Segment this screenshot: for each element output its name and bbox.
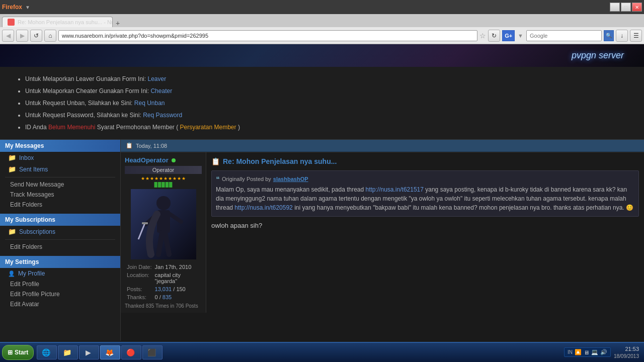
notice-area: Untuk Melaporkan Leaver Gunakan Form Ini…: [0, 67, 644, 140]
quote-box: ❝ Originally Posted by slashbashOP Malam…: [211, 170, 639, 217]
username-text: HeadOperator: [125, 156, 169, 164]
sent-items-link[interactable]: Sent Items: [19, 166, 48, 173]
taskbar-media-button[interactable]: ▶: [79, 345, 99, 359]
edit-profile-link[interactable]: Edit Profile: [10, 281, 39, 288]
message-date-icon: 📋: [126, 142, 133, 149]
edit-profile-item[interactable]: Edit Profile: [0, 279, 120, 289]
my-messages-header: My Messages: [0, 140, 120, 152]
my-settings-header: My Settings: [0, 256, 120, 268]
cheater-link[interactable]: Cheater: [150, 87, 172, 95]
active-tab[interactable]: Re: Mohon Penjelasan nya suhu... - Nus..…: [2, 17, 113, 27]
address-bar[interactable]: [58, 30, 477, 41]
home-button[interactable]: ⌂: [44, 30, 56, 42]
page-content: pvpgn server Untuk Melaporkan Leaver Gun…: [0, 44, 644, 342]
clock-time: 21:53: [614, 345, 639, 352]
svg-point-1: [156, 196, 171, 210]
quote-link1[interactable]: http://nusa.in/t621517: [366, 186, 424, 193]
tray-icon4: 🔊: [600, 349, 607, 355]
posts-link[interactable]: 13,031: [155, 286, 172, 292]
svg-rect-6: [142, 222, 148, 224]
taskbar-explorer-button[interactable]: 🌐: [37, 345, 57, 359]
main-layout: My Messages 📁 Inbox 📁 Sent Items Send Ne…: [0, 140, 644, 341]
svg-line-7: [158, 233, 162, 254]
member-requirements-link[interactable]: Persyaratan Member: [180, 124, 236, 131]
downloads-button[interactable]: ↓: [616, 30, 628, 42]
edit-profile-picture-item[interactable]: Edit Profile Picture: [0, 289, 120, 299]
message-title: 📋 Re: Mohon Penjelasan nya suhu...: [211, 157, 639, 165]
explorer-icon: 🌐: [41, 348, 50, 357]
send-new-message-item[interactable]: Send New Message: [0, 179, 120, 190]
my-profile-link[interactable]: My Profile: [18, 270, 45, 277]
subscriptions-item[interactable]: 📁 Subscriptions: [0, 226, 120, 237]
google-account-button[interactable]: G+: [502, 30, 515, 41]
edit-folders-item[interactable]: Edit Folders: [0, 200, 120, 210]
my-profile-item[interactable]: 👤 My Profile: [0, 268, 120, 279]
thanks-link[interactable]: 835: [163, 294, 172, 300]
search-button[interactable]: 🔍: [604, 30, 614, 41]
bookmark-star-icon[interactable]: ☆: [479, 32, 486, 40]
edit-avatar-link[interactable]: Edit Avatar: [10, 301, 39, 308]
close-button[interactable]: ✕: [632, 3, 642, 12]
start-button[interactable]: ⊞ Start: [2, 345, 34, 360]
search-input[interactable]: [526, 30, 602, 41]
req-unban-link[interactable]: Req Unban: [134, 100, 165, 107]
taskbar-firefox-button[interactable]: 🦊: [100, 345, 120, 359]
quote-text: Malam Op, saya mau menanyakan sedikit, p…: [216, 185, 634, 212]
app2-icon: ⬛: [147, 348, 156, 357]
tray-icon3: 💻: [591, 349, 598, 355]
subscriptions-link[interactable]: Subscriptions: [19, 228, 55, 235]
refresh-icon[interactable]: ↻: [488, 30, 500, 42]
taskbar-items: 🌐 📁 ▶ 🦊 🔴 ⬛: [37, 345, 561, 359]
message-date-bar: 📋 Today, 11:08: [121, 140, 644, 152]
edit-folders-link[interactable]: Edit Folders: [10, 201, 42, 208]
message-body: 📋 Re: Mohon Penjelasan nya suhu... ❝ Ori…: [206, 152, 644, 313]
notice-item-1: Untuk Melaporkan Leaver Gunakan Form Ini…: [25, 73, 629, 85]
user-rank: Operator: [125, 166, 202, 174]
locale-indicator: IN: [568, 349, 573, 355]
clock-date: 18/09/2013: [614, 353, 639, 359]
notice-item-4: Untuk Request Password, Silahkan ke Sini…: [25, 109, 629, 121]
message-reply: owloh apaan sih?: [211, 222, 639, 229]
edit-avatar-item[interactable]: Edit Avatar: [0, 299, 120, 309]
notice-item-3: Untuk Request Unban, Silahkan ke Sini: R…: [25, 97, 629, 109]
quote-author-link[interactable]: slashbashOP: [273, 176, 308, 182]
leaver-link[interactable]: Leaver: [147, 75, 166, 82]
media-icon: ▶: [84, 348, 93, 357]
new-tab-button[interactable]: +: [113, 19, 123, 27]
restore-button[interactable]: □: [621, 3, 631, 12]
edit-folders2-item[interactable]: Edit Folders: [0, 242, 120, 252]
send-new-message-link[interactable]: Send New Message: [10, 181, 64, 188]
sidebar: My Messages 📁 Inbox 📁 Sent Items Send Ne…: [0, 140, 121, 341]
my-subscriptions-header: My Subscriptions: [0, 214, 120, 226]
edit-folders2-link[interactable]: Edit Folders: [10, 243, 42, 250]
quote-icon: ❝: [216, 175, 220, 183]
taskbar-app1-button[interactable]: 🔴: [121, 345, 141, 359]
reload-button[interactable]: ↺: [30, 30, 42, 42]
message-date: Today, 11:08: [136, 143, 167, 149]
title-bar: Firefox ▼ _ □ ✕: [0, 0, 644, 14]
quote-link2[interactable]: http://nusa.in/t620592: [234, 204, 292, 211]
google-icon: G+: [505, 33, 512, 39]
username-link[interactable]: HeadOperator: [125, 156, 202, 164]
menu-button[interactable]: ☰: [630, 30, 642, 42]
back-button[interactable]: ◀: [2, 30, 14, 42]
my-settings-section: My Settings 👤 My Profile Edit Profile Ed…: [0, 256, 120, 309]
track-messages-item[interactable]: Track Messages: [0, 190, 120, 200]
inbox-item[interactable]: 📁 Inbox: [0, 152, 120, 163]
edit-profile-picture-link[interactable]: Edit Profile Picture: [10, 291, 60, 298]
sent-items-item[interactable]: 📁 Sent Items: [0, 163, 120, 175]
thanked-text: Thanked 835 Times in 706 Posts: [125, 303, 202, 309]
inbox-link[interactable]: Inbox: [19, 154, 34, 161]
forward-button[interactable]: ▶: [16, 30, 28, 42]
req-password-link[interactable]: Req Password: [143, 112, 182, 119]
user-details: Join Date: Jan 17th, 2010 Location: capi…: [125, 262, 202, 309]
minimize-button[interactable]: _: [610, 3, 620, 12]
taskbar-files-button[interactable]: 📁: [58, 345, 78, 359]
location: capital city "jegarda": [154, 272, 201, 285]
taskbar-app2-button[interactable]: ⬛: [142, 345, 163, 359]
track-messages-link[interactable]: Track Messages: [10, 191, 54, 198]
tab-bar: Re: Mohon Penjelasan nya suhu... - Nus..…: [0, 14, 644, 27]
notice-item-5: ID Anda Belum Memenuhi Syarat Permohonan…: [25, 121, 629, 133]
tray-icon1: 🔼: [575, 349, 582, 355]
firefox-icon: 🦊: [105, 348, 114, 357]
